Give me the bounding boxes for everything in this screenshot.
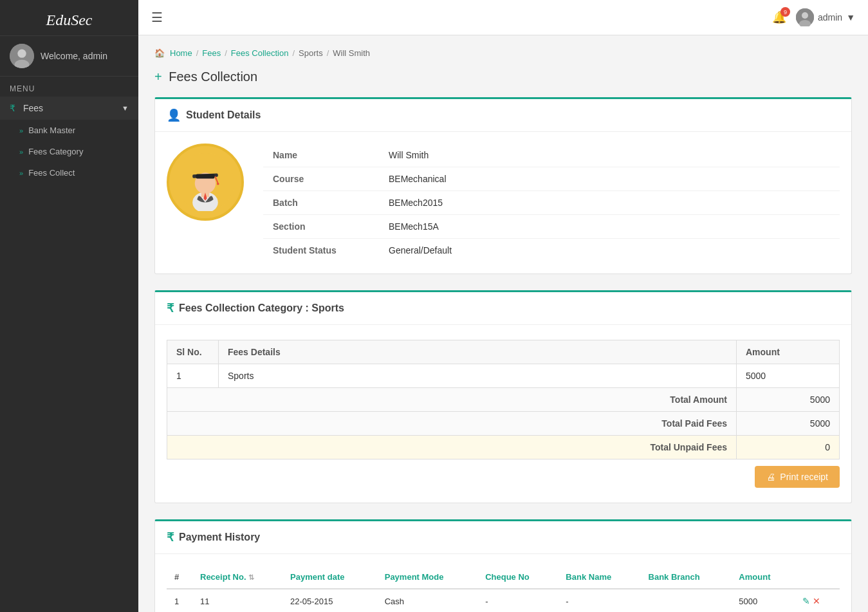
sidebar-fees-category-label: Fees Category xyxy=(28,147,83,156)
breadcrumb-student: Will Smith xyxy=(333,48,370,58)
page-title-text: Fees Collection xyxy=(169,70,257,84)
main-content: ☰ 🔔 9 admin ▼ xyxy=(138,0,868,612)
student-details-inner: Name Will Smith Course BEMechanical Batc… xyxy=(167,144,840,262)
sidebar-item-fees-collect[interactable]: » Fees Collect xyxy=(0,162,138,183)
col-bank-name: Bank Name xyxy=(558,566,640,589)
fees-collection-table: Sl No. Fees Details Amount 1 Sports 5000 xyxy=(167,340,840,459)
hamburger-icon[interactable]: ☰ xyxy=(151,10,163,25)
notification-badge: 9 xyxy=(780,7,790,17)
payment-history-body: # Receipt No. ⇅ Payment date Payment Mod… xyxy=(155,554,851,612)
total-paid-value: 5000 xyxy=(737,412,840,436)
topbar-left: ☰ xyxy=(151,10,163,25)
cell-amount: 5000 xyxy=(737,364,840,388)
cell-actions: ✎ ✕ xyxy=(795,589,840,612)
total-paid-label: Total Paid Fees xyxy=(167,412,737,436)
topbar: ☰ 🔔 9 admin ▼ xyxy=(138,0,868,35)
cell-num: 1 xyxy=(167,589,192,612)
col-hash: # xyxy=(167,566,192,589)
fees-icon: ₹ xyxy=(10,103,15,113)
student-icon: 👤 xyxy=(167,108,181,122)
total-amount-value: 5000 xyxy=(737,388,840,412)
content-area: 🏠 Home / Fees / Fees Collection / Sports… xyxy=(138,35,868,612)
field-label: Batch xyxy=(263,191,379,215)
col-cheque-no: Cheque No xyxy=(477,566,558,589)
total-unpaid-row: Total Unpaid Fees 0 xyxy=(167,436,840,459)
field-value: Will Smith xyxy=(379,144,840,167)
admin-avatar xyxy=(796,8,814,26)
sidebar-item-bank-master[interactable]: » Bank Master xyxy=(0,120,138,141)
payment-icon: ₹ xyxy=(167,530,174,544)
student-info-table: Name Will Smith Course BEMechanical Batc… xyxy=(263,144,840,262)
notification-bell[interactable]: 🔔 9 xyxy=(772,10,786,24)
edit-button[interactable]: ✎ xyxy=(802,596,810,606)
bullet-icon: » xyxy=(19,148,23,156)
table-row: Course BEMechanical xyxy=(263,167,840,191)
table-row: Name Will Smith xyxy=(263,144,840,167)
student-details-card: 👤 Student Details xyxy=(154,97,852,274)
admin-label: admin xyxy=(818,12,842,23)
col-actions xyxy=(795,566,840,589)
table-row: 1 Sports 5000 xyxy=(167,364,840,388)
avatar xyxy=(10,44,34,68)
chevron-down-icon: ▼ xyxy=(122,104,129,112)
fees-collection-icon: ₹ xyxy=(167,301,174,315)
payment-history-table: # Receipt No. ⇅ Payment date Payment Mod… xyxy=(167,566,840,612)
cell-payment-date: 22-05-2015 xyxy=(282,589,377,612)
student-photo xyxy=(167,144,244,221)
breadcrumb-home[interactable]: Home xyxy=(170,48,192,58)
cell-receipt-no: 11 xyxy=(192,589,282,612)
field-value: BEMechanical xyxy=(379,167,840,191)
total-amount-row: Total Amount 5000 xyxy=(167,388,840,412)
cell-bank-name: - xyxy=(558,589,640,612)
total-amount-label: Total Amount xyxy=(167,388,737,412)
col-payment-mode: Payment Mode xyxy=(377,566,477,589)
cell-slno: 1 xyxy=(167,364,219,388)
sidebar-fees-header[interactable]: ₹ Fees ▼ xyxy=(0,97,138,120)
total-unpaid-value: 0 xyxy=(737,436,840,459)
admin-menu[interactable]: admin ▼ xyxy=(796,8,855,26)
breadcrumb-fees[interactable]: Fees xyxy=(202,48,221,58)
payment-history-card: ₹ Payment History # Receipt No. ⇅ xyxy=(154,519,852,612)
student-details-body: Name Will Smith Course BEMechanical Batc… xyxy=(155,132,851,274)
sidebar-bank-master-label: Bank Master xyxy=(28,125,75,135)
field-value: BEMech15A xyxy=(379,215,840,239)
print-btn-row: 🖨 Print receipt xyxy=(167,459,840,491)
sort-icon[interactable]: ⇅ xyxy=(248,573,254,581)
table-row: Section BEMech15A xyxy=(263,215,840,239)
table-header-row: Sl No. Fees Details Amount xyxy=(167,340,840,364)
page-title: + Fees Collection xyxy=(154,70,852,84)
col-amount: Amount xyxy=(731,566,795,589)
payment-header-row: # Receipt No. ⇅ Payment date Payment Mod… xyxy=(167,566,840,589)
svg-point-4 xyxy=(802,12,808,19)
svg-rect-11 xyxy=(196,174,215,178)
cell-cheque-no: - xyxy=(477,589,558,612)
breadcrumb-fees-collection[interactable]: Fees Collection xyxy=(231,48,289,58)
col-fees-details: Fees Details xyxy=(219,340,737,364)
cell-bank-branch xyxy=(641,589,732,612)
print-receipt-button[interactable]: 🖨 Print receipt xyxy=(755,466,840,488)
field-value: BEMech2015 xyxy=(379,191,840,215)
payment-history-header: ₹ Payment History xyxy=(155,521,851,554)
breadcrumb-sports: Sports xyxy=(299,48,323,58)
delete-button[interactable]: ✕ xyxy=(813,596,820,606)
topbar-right: 🔔 9 admin ▼ xyxy=(772,8,855,26)
col-amount: Amount xyxy=(737,340,840,364)
table-row: Batch BEMech2015 xyxy=(263,191,840,215)
bullet-icon: » xyxy=(19,169,23,177)
col-payment-date: Payment date xyxy=(282,566,377,589)
sidebar-brand: EduSec xyxy=(0,0,138,35)
student-details-title: Student Details xyxy=(186,109,261,121)
sidebar-section-fees[interactable]: ₹ Fees ▼ » Bank Master » Fees Category »… xyxy=(0,97,138,183)
sidebar-item-fees-category[interactable]: » Fees Category xyxy=(0,141,138,162)
payment-history-title: Payment History xyxy=(179,532,260,543)
sidebar: EduSec Welcome, admin Menu ₹ Fees ▼ xyxy=(0,0,138,612)
svg-point-1 xyxy=(17,50,26,58)
sidebar-fees-collect-label: Fees Collect xyxy=(28,168,75,178)
student-details-header: 👤 Student Details xyxy=(155,99,851,132)
sidebar-user: Welcome, admin xyxy=(0,35,138,77)
table-row: 1 11 22-05-2015 Cash - - 5000 ✎ ✕ xyxy=(167,589,840,612)
fees-collection-title: Fees Collection Category : Sports xyxy=(179,302,344,314)
fees-collection-body: Sl No. Fees Details Amount 1 Sports 5000 xyxy=(155,325,851,503)
sidebar-username: Welcome, admin xyxy=(41,51,107,61)
col-bank-branch: Bank Branch xyxy=(641,566,732,589)
